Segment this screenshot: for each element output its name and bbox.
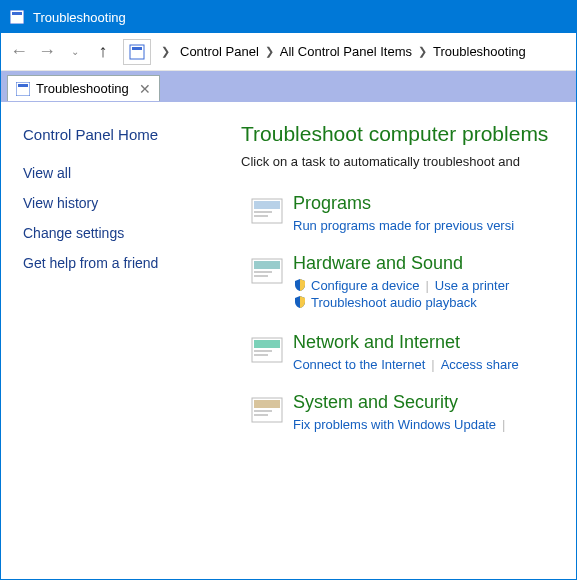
breadcrumb-item[interactable]: Troubleshooting [433, 44, 526, 59]
sidebar-link-get-help[interactable]: Get help from a friend [23, 255, 241, 271]
svg-rect-17 [254, 354, 268, 356]
svg-rect-12 [254, 271, 272, 273]
address-icon[interactable] [123, 39, 151, 65]
close-icon[interactable]: ✕ [139, 81, 151, 97]
task-link[interactable]: Use a printer [435, 278, 509, 293]
category-icon [241, 332, 293, 372]
separator: | [425, 278, 428, 293]
category-title[interactable]: Hardware and Sound [293, 253, 576, 274]
window-title: Troubleshooting [33, 10, 126, 25]
task-link[interactable]: Troubleshoot audio playback [311, 295, 477, 310]
sidebar-link-change-settings[interactable]: Change settings [23, 225, 241, 241]
category-links: Run programs made for previous versi [293, 218, 576, 233]
recent-dropdown-icon[interactable]: ⌄ [63, 40, 87, 64]
sidebar-link-view-all[interactable]: View all [23, 165, 241, 181]
task-link[interactable]: Connect to the Internet [293, 357, 425, 372]
sidebar: Control Panel Home View all View history… [1, 102, 241, 580]
category-body: Hardware and SoundConfigure a device|Use… [293, 253, 576, 312]
sidebar-link-view-history[interactable]: View history [23, 195, 241, 211]
nav-bar: ← → ⌄ ↑ ❯ Control Panel ❯ All Control Pa… [1, 33, 576, 71]
task-link[interactable]: Configure a device [311, 278, 419, 293]
svg-rect-13 [254, 275, 268, 277]
chevron-right-icon: ❯ [265, 45, 274, 58]
shield-icon [293, 278, 307, 295]
content-area: Control Panel Home View all View history… [1, 101, 576, 580]
chevron-right-icon: ❯ [161, 45, 170, 58]
svg-rect-11 [254, 261, 280, 269]
separator: | [502, 417, 505, 432]
task-link[interactable]: Access share [441, 357, 519, 372]
title-bar: Troubleshooting [1, 1, 576, 33]
category-network-and-internet: Network and InternetConnect to the Inter… [241, 332, 576, 372]
control-panel-home-link[interactable]: Control Panel Home [23, 126, 241, 143]
category-icon [241, 392, 293, 432]
category-links: Connect to the Internet|Access share [293, 357, 576, 372]
svg-rect-19 [254, 400, 280, 408]
category-links: Fix problems with Windows Update| [293, 417, 576, 432]
category-programs: ProgramsRun programs made for previous v… [241, 193, 576, 233]
breadcrumb-item[interactable]: All Control Panel Items [280, 44, 412, 59]
page-title: Troubleshoot computer problems [241, 122, 576, 146]
category-system-and-security: System and SecurityFix problems with Win… [241, 392, 576, 432]
app-icon [9, 9, 25, 25]
svg-rect-1 [12, 12, 22, 15]
category-body: System and SecurityFix problems with Win… [293, 392, 576, 432]
chevron-right-icon: ❯ [418, 45, 427, 58]
task-link[interactable]: Fix problems with Windows Update [293, 417, 496, 432]
breadcrumb: Control Panel ❯ All Control Panel Items … [180, 44, 526, 59]
category-links: Configure a device|Use a printerTroubles… [293, 278, 576, 312]
svg-rect-15 [254, 340, 280, 348]
svg-rect-3 [132, 47, 142, 50]
category-icon [241, 253, 293, 312]
category-title[interactable]: System and Security [293, 392, 576, 413]
svg-rect-8 [254, 211, 272, 213]
tab-icon [16, 82, 30, 96]
category-icon [241, 193, 293, 233]
back-button[interactable]: ← [7, 40, 31, 64]
main-panel: Troubleshoot computer problems Click on … [241, 102, 576, 580]
tab-label: Troubleshooting [36, 81, 129, 96]
separator: | [431, 357, 434, 372]
category-hardware-and-sound: Hardware and SoundConfigure a device|Use… [241, 253, 576, 312]
up-button[interactable]: ↑ [91, 40, 115, 64]
tab-troubleshooting[interactable]: Troubleshooting ✕ [7, 75, 160, 101]
category-title[interactable]: Programs [293, 193, 576, 214]
svg-rect-20 [254, 410, 272, 412]
breadcrumb-item[interactable]: Control Panel [180, 44, 259, 59]
category-title[interactable]: Network and Internet [293, 332, 576, 353]
task-link[interactable]: Run programs made for previous versi [293, 218, 514, 233]
svg-rect-16 [254, 350, 272, 352]
page-subtitle: Click on a task to automatically trouble… [241, 154, 576, 169]
category-body: ProgramsRun programs made for previous v… [293, 193, 576, 233]
tab-bar: Troubleshooting ✕ [1, 71, 576, 101]
svg-rect-5 [18, 84, 28, 87]
svg-rect-21 [254, 414, 268, 416]
shield-icon [293, 295, 307, 312]
category-body: Network and InternetConnect to the Inter… [293, 332, 576, 372]
svg-rect-9 [254, 215, 268, 217]
forward-button[interactable]: → [35, 40, 59, 64]
svg-rect-7 [254, 201, 280, 209]
